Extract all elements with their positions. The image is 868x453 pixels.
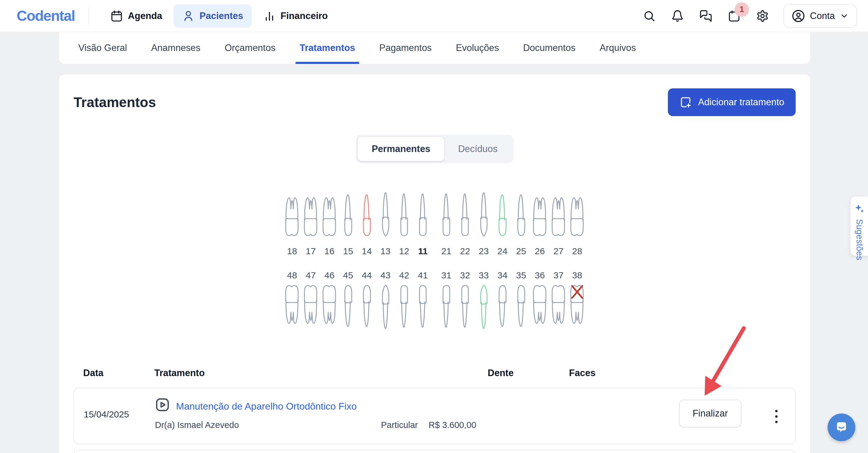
tooth-18-glyph[interactable]	[283, 192, 301, 237]
tooth-number-24[interactable]: 24	[497, 246, 507, 257]
tooth-number-14[interactable]: 14	[362, 246, 372, 257]
tooth-21-glyph[interactable]	[437, 192, 456, 237]
treatment-date: 15/04/2025	[84, 409, 129, 420]
tooth-48-glyph[interactable]	[283, 284, 301, 330]
treatment-payment-type: Particular	[381, 420, 418, 430]
tab-orcamentos[interactable]: Orçamentos	[224, 32, 276, 64]
tooth-number-26[interactable]: 26	[535, 246, 545, 257]
tooth-25-glyph[interactable]	[512, 192, 530, 237]
top-header: Codental Agenda Pacientes Financeiro	[0, 0, 868, 32]
tooth-17-glyph[interactable]	[301, 192, 320, 237]
tooth-13-glyph[interactable]	[376, 192, 395, 237]
tooth-number-12[interactable]: 12	[399, 246, 409, 257]
tooth-36-glyph[interactable]	[530, 284, 549, 330]
tooth-number-36[interactable]: 36	[535, 270, 545, 281]
tooth-15-glyph[interactable]	[339, 192, 358, 237]
support-chat-button[interactable]	[828, 414, 855, 441]
account-menu-button[interactable]: Conta	[783, 4, 857, 28]
finalize-button[interactable]: Finalizar	[679, 400, 741, 427]
row-options-kebab-icon[interactable]	[770, 404, 783, 429]
tab-documentos[interactable]: Documentos	[523, 32, 575, 64]
tooth-number-37[interactable]: 37	[553, 270, 563, 281]
tooth-11-glyph[interactable]	[413, 192, 432, 237]
tooth-number-25[interactable]: 25	[516, 246, 526, 257]
page-title: Tratamentos	[73, 94, 156, 110]
tooth-number-35[interactable]: 35	[516, 270, 526, 281]
tooth-number-15[interactable]: 15	[343, 246, 353, 257]
tooth-number-16[interactable]: 16	[324, 246, 334, 257]
tooth-44-glyph[interactable]	[358, 284, 376, 330]
calendar-icon	[110, 10, 123, 22]
tooth-47-glyph[interactable]	[301, 284, 320, 330]
tab-pagamentos[interactable]: Pagamentos	[379, 32, 432, 64]
tab-tratamentos[interactable]: Tratamentos	[300, 32, 355, 64]
tooth-number-22[interactable]: 22	[460, 246, 470, 257]
avatar-icon	[792, 9, 805, 23]
search-button[interactable]	[636, 3, 662, 29]
tooth-number-45[interactable]: 45	[343, 270, 353, 281]
tooth-23-glyph[interactable]	[474, 192, 493, 237]
tooth-16-glyph[interactable]	[320, 192, 339, 237]
tooth-cell-21: 21	[437, 192, 456, 257]
nav-item-pacientes[interactable]: Pacientes	[174, 4, 252, 28]
tab-anamneses[interactable]: Anamneses	[151, 32, 200, 64]
dentition-toggle: Permanentes Decíduos	[355, 135, 514, 163]
tooth-42-glyph[interactable]	[395, 284, 413, 330]
tooth-32-glyph[interactable]	[456, 284, 474, 330]
tooth-number-43[interactable]: 43	[380, 270, 390, 281]
tooth-number-46[interactable]: 46	[324, 270, 334, 281]
tooth-37-glyph[interactable]	[549, 284, 568, 330]
nav-item-agenda[interactable]: Agenda	[102, 4, 170, 28]
tooth-22-glyph[interactable]	[456, 192, 474, 237]
tab-evolucoes[interactable]: Evoluções	[456, 32, 499, 64]
tooth-number-47[interactable]: 47	[306, 270, 315, 281]
tooth-26-glyph[interactable]	[530, 192, 549, 237]
user-icon	[182, 10, 195, 22]
patient-tabs: Visão Geral Anamneses Orçamentos Tratame…	[59, 32, 810, 64]
treatment-link[interactable]: Manutenção de Aparelho Ortodôntico Fixo	[176, 401, 356, 412]
tooth-number-33[interactable]: 33	[478, 270, 489, 281]
tooth-number-17[interactable]: 17	[306, 246, 315, 257]
tooth-number-42[interactable]: 42	[399, 270, 409, 281]
notifications-button[interactable]	[664, 3, 690, 29]
play-square-icon[interactable]	[154, 397, 170, 413]
tooth-number-28[interactable]: 28	[572, 246, 582, 257]
settings-button[interactable]	[749, 3, 775, 29]
tooth-41-glyph[interactable]	[413, 284, 432, 330]
tooth-27-glyph[interactable]	[549, 192, 568, 237]
tooth-45-glyph[interactable]	[339, 284, 358, 330]
tooth-cell-47: 47	[301, 270, 320, 330]
tooth-28-glyph[interactable]	[568, 192, 587, 237]
tooth-number-34[interactable]: 34	[497, 270, 507, 281]
tooth-number-18[interactable]: 18	[287, 246, 297, 257]
toggle-deciduos[interactable]: Decíduos	[444, 137, 512, 161]
suggestions-tab[interactable]: Sugestões	[850, 197, 868, 256]
agenda-notifications-button[interactable]: 1	[721, 3, 747, 29]
tooth-number-48[interactable]: 48	[287, 270, 297, 281]
tooth-33-glyph[interactable]	[474, 284, 493, 330]
add-treatment-button[interactable]: Adicionar tratamento	[668, 88, 796, 116]
tab-arquivos[interactable]: Arquivos	[599, 32, 636, 64]
tooth-12-glyph[interactable]	[395, 192, 413, 237]
tooth-31-glyph[interactable]	[437, 284, 456, 330]
tooth-number-11[interactable]: 11	[418, 246, 428, 257]
tab-visao-geral[interactable]: Visão Geral	[79, 32, 127, 64]
nav-item-financeiro[interactable]: Financeiro	[255, 4, 336, 28]
toggle-permanentes[interactable]: Permanentes	[358, 137, 444, 161]
messages-button[interactable]	[693, 3, 719, 29]
tooth-number-23[interactable]: 23	[478, 246, 489, 257]
tooth-number-31[interactable]: 31	[441, 270, 451, 281]
tooth-46-glyph[interactable]	[320, 284, 339, 330]
tooth-number-44[interactable]: 44	[362, 270, 372, 281]
tooth-34-glyph[interactable]	[493, 284, 512, 330]
tooth-number-41[interactable]: 41	[418, 270, 428, 281]
tooth-number-38[interactable]: 38	[572, 270, 582, 281]
tooth-number-21[interactable]: 21	[441, 246, 451, 257]
tooth-35-glyph[interactable]	[512, 284, 530, 330]
tooth-number-13[interactable]: 13	[380, 246, 390, 257]
tooth-43-glyph[interactable]	[376, 284, 395, 330]
tooth-number-32[interactable]: 32	[460, 270, 470, 281]
tooth-14-glyph[interactable]	[358, 192, 376, 237]
tooth-number-27[interactable]: 27	[553, 246, 563, 257]
tooth-24-glyph[interactable]	[493, 192, 512, 237]
